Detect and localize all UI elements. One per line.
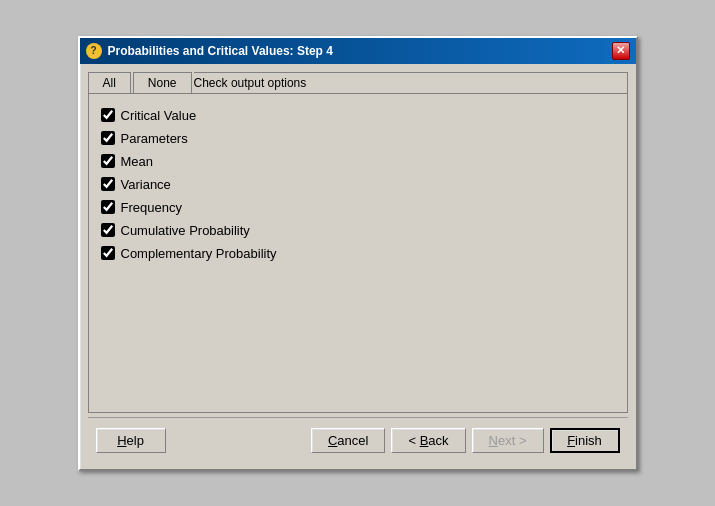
tab-check-options: Check output options — [194, 72, 628, 93]
checkbox-cumulative-probability[interactable] — [101, 223, 115, 237]
main-window: ? Probabilities and Critical Values: Ste… — [78, 36, 638, 471]
checkbox-label-mean: Mean — [121, 154, 154, 169]
checkbox-list: Critical Value Parameters Mean Variance — [101, 108, 615, 261]
tab-none[interactable]: None — [133, 72, 192, 93]
window-body: All None Check output options Critical V… — [80, 64, 636, 469]
checkbox-frequency[interactable] — [101, 200, 115, 214]
checkbox-mean[interactable] — [101, 154, 115, 168]
checkbox-variance[interactable] — [101, 177, 115, 191]
checkbox-parameters[interactable] — [101, 131, 115, 145]
checkbox-item-mean[interactable]: Mean — [101, 154, 615, 169]
button-bar: Help Cancel < Back Next > Finish — [88, 417, 628, 461]
checkbox-label-critical-value: Critical Value — [121, 108, 197, 123]
tab-bar: All None Check output options — [88, 72, 628, 93]
title-bar-left: ? Probabilities and Critical Values: Ste… — [86, 43, 333, 59]
tab-all[interactable]: All — [88, 72, 131, 93]
right-buttons: Cancel < Back Next > Finish — [311, 428, 620, 453]
checkbox-item-complementary-probability[interactable]: Complementary Probability — [101, 246, 615, 261]
checkbox-label-cumulative-probability: Cumulative Probability — [121, 223, 250, 238]
checkbox-item-parameters[interactable]: Parameters — [101, 131, 615, 146]
back-button[interactable]: < Back — [391, 428, 465, 453]
checkbox-item-cumulative-probability[interactable]: Cumulative Probability — [101, 223, 615, 238]
content-area: Critical Value Parameters Mean Variance — [88, 93, 628, 413]
checkbox-label-variance: Variance — [121, 177, 171, 192]
cancel-button[interactable]: Cancel — [311, 428, 385, 453]
help-button[interactable]: Help — [96, 428, 166, 453]
window-icon: ? — [86, 43, 102, 59]
checkbox-complementary-probability[interactable] — [101, 246, 115, 260]
checkbox-label-frequency: Frequency — [121, 200, 182, 215]
checkbox-item-critical-value[interactable]: Critical Value — [101, 108, 615, 123]
checkbox-label-parameters: Parameters — [121, 131, 188, 146]
checkbox-label-complementary-probability: Complementary Probability — [121, 246, 277, 261]
close-button[interactable]: ✕ — [612, 42, 630, 60]
checkbox-item-variance[interactable]: Variance — [101, 177, 615, 192]
finish-button[interactable]: Finish — [550, 428, 620, 453]
next-button[interactable]: Next > — [472, 428, 544, 453]
checkbox-critical-value[interactable] — [101, 108, 115, 122]
title-bar: ? Probabilities and Critical Values: Ste… — [80, 38, 636, 64]
window-title: Probabilities and Critical Values: Step … — [108, 44, 333, 58]
checkbox-item-frequency[interactable]: Frequency — [101, 200, 615, 215]
